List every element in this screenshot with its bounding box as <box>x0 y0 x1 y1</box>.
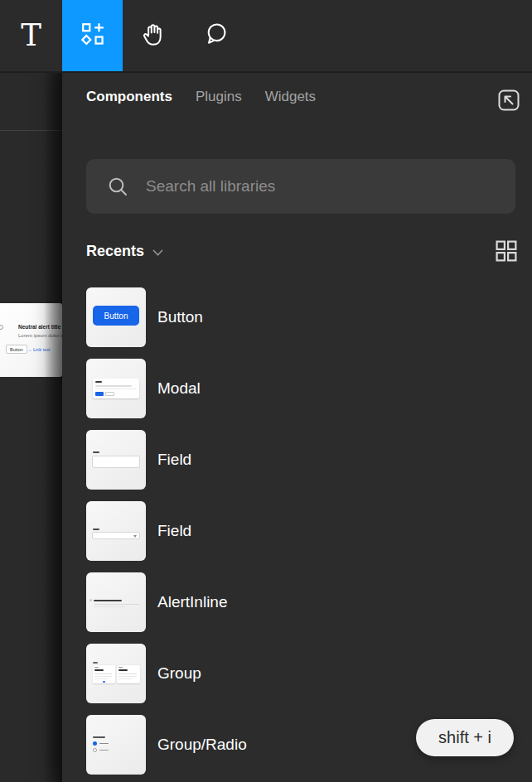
item-label: Group/Radio <box>157 736 247 754</box>
chevron-down-icon[interactable] <box>152 245 163 260</box>
list-item-button[interactable]: Button Button <box>86 287 532 347</box>
grid-view-icon[interactable] <box>496 240 517 262</box>
list-item-field[interactable]: Field <box>86 430 532 490</box>
info-icon <box>0 325 3 330</box>
modal-thumbnail <box>86 359 146 418</box>
search-input[interactable] <box>146 177 501 196</box>
recents-list: Button Button Modal <box>86 287 532 782</box>
components-panel: Components Plugins Widgets Recents <box>62 73 532 782</box>
item-label: Group <box>157 664 201 683</box>
list-item-field-select[interactable]: Field <box>86 501 532 561</box>
alertinline-thumbnail <box>86 572 146 632</box>
item-label: Button <box>157 308 203 326</box>
list-item-modal[interactable]: Modal <box>86 359 532 418</box>
shortcut-hint: shift + i <box>416 719 514 756</box>
popout-button[interactable] <box>495 86 523 114</box>
hand-icon <box>140 21 167 51</box>
panel-tabs: Components Plugins Widgets <box>62 73 532 121</box>
comment-tool-button[interactable] <box>184 0 249 71</box>
text-tool-icon: T <box>21 20 41 51</box>
item-label: Field <box>157 451 191 469</box>
hand-tool-button[interactable] <box>123 0 184 71</box>
list-item-alertinline[interactable]: AlertInline <box>86 572 532 632</box>
arrow-up-left-box-icon <box>496 88 521 113</box>
tab-widgets[interactable]: Widgets <box>265 89 316 105</box>
search-icon <box>107 176 129 198</box>
search-box[interactable] <box>86 159 515 214</box>
canvas[interactable]: Neutral alert title Lorem ipsum dolor am… <box>0 73 62 782</box>
tab-plugins[interactable]: Plugins <box>196 89 242 105</box>
recents-header: Recents <box>86 239 517 263</box>
list-item-group[interactable]: Group <box>86 644 532 703</box>
button-thumbnail: Button <box>86 287 146 347</box>
thumb-button: Button <box>93 306 139 326</box>
app-window: T <box>0 0 532 782</box>
text-tool-button[interactable]: T <box>0 0 62 71</box>
assets-tool-button[interactable] <box>62 0 123 71</box>
toolbar: T <box>0 0 532 73</box>
item-label: Field <box>157 522 191 540</box>
item-label: Modal <box>157 379 201 398</box>
field-select-thumbnail <box>86 501 146 561</box>
group-radio-thumbnail <box>86 715 146 775</box>
tab-components[interactable]: Components <box>86 89 172 105</box>
panel-shadow <box>44 73 62 782</box>
assets-icon <box>80 22 105 50</box>
recents-title: Recents <box>86 243 144 260</box>
field-thumbnail <box>86 430 146 490</box>
item-label: AlertInline <box>157 593 228 611</box>
comment-icon <box>203 21 230 51</box>
group-thumbnail <box>86 644 146 703</box>
alert-button[interactable]: Button <box>6 345 27 354</box>
